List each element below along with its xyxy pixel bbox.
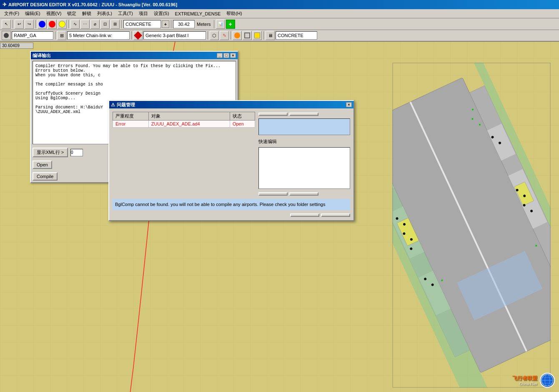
watermark-text-group: 飞行者联盟 China Flier: [512, 375, 537, 386]
issue-manager-right-panel: 快速编辑: [258, 112, 350, 196]
concrete-dropdown2[interactable]: CONCRETE: [276, 31, 317, 40]
airport-map: [392, 63, 551, 388]
show-xml-btn[interactable]: 显示XML行 >: [33, 148, 68, 157]
orange-circle-icon: [234, 33, 240, 38]
col-status: 状态: [230, 112, 255, 121]
toolbar2: RAMP_GA ⊞ 5 Meter Chain-link w: Generic …: [0, 30, 559, 42]
compiler-close-btn[interactable]: ×: [230, 53, 236, 58]
issue-btn3[interactable]: [258, 192, 288, 196]
undo-btn[interactable]: ↩: [15, 20, 24, 29]
chain-dropdown[interactable]: 5 Meter Chain-link w:: [67, 31, 130, 40]
row-severity: Error: [113, 121, 149, 128]
issue-text-field: [258, 118, 350, 135]
sep11: [263, 31, 264, 40]
issue-btn4[interactable]: [289, 192, 318, 196]
redo-btn[interactable]: ↪: [25, 20, 34, 29]
issue-bottom-btns: [109, 214, 353, 220]
square-outline-btn[interactable]: [243, 31, 252, 40]
sep5: [171, 20, 171, 28]
watermark: 飞行者联盟 China Flier: [512, 373, 555, 388]
sep3: [68, 20, 69, 28]
compile-btn[interactable]: Compile: [33, 172, 58, 181]
tool-btn3[interactable]: ⌀: [90, 20, 100, 29]
chart-btn[interactable]: 📊: [216, 20, 225, 29]
menu-settings[interactable]: 设置(S): [151, 10, 172, 18]
polygon-btn[interactable]: ⬡: [210, 31, 219, 40]
issue-manager-close-btn[interactable]: ×: [346, 102, 352, 107]
red-circle-btn[interactable]: [48, 20, 57, 29]
issue-bottom-btn2[interactable]: [321, 214, 350, 217]
right-btn-row2: [258, 192, 350, 196]
watermark-sub: China Flier: [512, 382, 537, 386]
sep6: [214, 20, 214, 28]
orange-circle-btn[interactable]: [233, 31, 242, 40]
compiler-restore-btn[interactable]: □: [223, 53, 229, 58]
toolbar1: ↖ ↩ ↪ ∿ ⋯ ⌀ ⊡ ⊞ CONCRETE + Meters 📊 +: [0, 18, 559, 30]
issue-btn2[interactable]: [289, 113, 318, 116]
sep1: [13, 20, 13, 28]
svg-rect-1: [392, 78, 551, 373]
menu-bar: 文件(F) 编辑(E) 视图(V) 锁定 解锁 列表(L) 工具(T) 项目 设…: [0, 9, 559, 18]
grid-btn[interactable]: ⊞: [57, 31, 66, 40]
coord-display: 30.60409: [0, 43, 33, 49]
yellow-sq-btn[interactable]: [253, 31, 262, 40]
menu-file[interactable]: 文件(F): [2, 10, 22, 18]
menu-tools[interactable]: 工具(T): [115, 10, 135, 18]
menu-help[interactable]: 帮助(H): [224, 10, 244, 18]
yellow-circle-btn[interactable]: [58, 20, 67, 29]
open-btn[interactable]: Open: [33, 161, 52, 169]
pointer-tool-btn[interactable]: ↖: [2, 20, 11, 29]
sep7: [55, 31, 55, 40]
diamond-btn[interactable]: [133, 31, 143, 40]
app-icon: ✈: [3, 2, 7, 8]
compiler-output-controls: _ □ ×: [217, 53, 236, 58]
ramp-dropdown[interactable]: RAMP_GA: [12, 31, 53, 40]
title-bar: ✈ AIRPORT DESIGN EDITOR X v01.70.6042 : …: [0, 0, 559, 9]
col-severity: 严重程度: [113, 112, 149, 121]
monitor-btn[interactable]: 🖥: [266, 31, 275, 40]
sep8: [131, 31, 132, 40]
quick-edit-area[interactable]: [258, 147, 350, 189]
compiler-minimize-btn[interactable]: _: [217, 53, 223, 58]
app-title: AIRPORT DESIGN EDITOR X v01.70.6042 : ZU…: [8, 2, 177, 7]
blue-circle-btn[interactable]: [38, 20, 47, 29]
compiler-output-title: 编译输出: [33, 53, 51, 59]
sep4: [121, 20, 122, 28]
compiler-line2: Errors button below.: [35, 68, 233, 73]
units-label: Meters: [196, 22, 212, 27]
concrete-dropdown1[interactable]: CONCRETE: [123, 20, 161, 28]
menu-density[interactable]: EXTREMELY_DENSE: [173, 10, 223, 17]
issue-manager-title-group: ⚠ 问题管理: [111, 102, 135, 108]
table-row[interactable]: Error ZUUU_ADEX_ADE.ad4 Open: [113, 121, 255, 128]
ramp-icon[interactable]: [2, 31, 11, 40]
pen-btn[interactable]: ✎: [220, 31, 229, 40]
row-object: ZUUU_ADEX_ADE.ad4: [148, 121, 230, 128]
issue-bottom-btn1[interactable]: [290, 214, 319, 217]
menu-list[interactable]: 列表(L): [95, 10, 114, 18]
compiler-line3: When you have done this, c: [35, 73, 233, 78]
tool-btn1[interactable]: ∿: [70, 20, 80, 29]
issue-table-panel: 严重程度 对象 状态 Error ZUUU_ADEX_ADE.ad4 Open: [113, 112, 255, 196]
tool-btn4[interactable]: ⊡: [100, 20, 110, 29]
square-outline-icon: [244, 33, 250, 38]
menu-edit[interactable]: 编辑(E): [23, 10, 43, 18]
blue-circle-icon: [39, 21, 45, 28]
plus-btn[interactable]: +: [162, 20, 169, 28]
issue-btn1[interactable]: [258, 113, 288, 116]
menu-project[interactable]: 项目: [136, 10, 150, 18]
compiler-output-titlebar: 编译输出 _ □ ×: [31, 52, 238, 59]
issue-manager-dialog: ⚠ 问题管理 × 严重程度 对象 状态: [108, 100, 354, 221]
issue-error-message: BglComp cannot be found. you will not be…: [113, 199, 350, 210]
col-object: 对象: [148, 112, 230, 121]
add-btn[interactable]: +: [226, 20, 235, 29]
menu-unlock[interactable]: 解锁: [80, 10, 94, 18]
tool-btn5[interactable]: ⊞: [110, 20, 120, 29]
tool-btn2[interactable]: ⋯: [80, 20, 90, 29]
yellow-square-icon: [254, 33, 260, 38]
value-input[interactable]: [173, 20, 195, 28]
xml-line-input[interactable]: [70, 149, 83, 156]
blast-dropdown[interactable]: Generic 3-part Blast l: [143, 31, 206, 40]
menu-lock[interactable]: 锁定: [65, 10, 79, 18]
watermark-site: 飞行者联盟: [512, 375, 537, 382]
menu-view[interactable]: 视图(V): [44, 10, 64, 18]
